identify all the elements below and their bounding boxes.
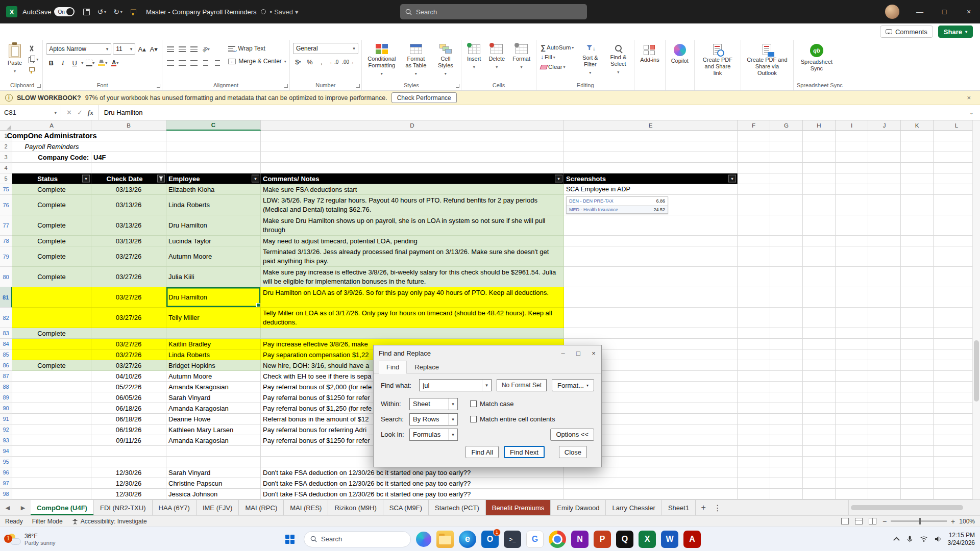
cell-empty[interactable] — [836, 215, 868, 236]
close-dialog-button[interactable]: Close — [559, 446, 587, 458]
cell-status[interactable] — [12, 349, 91, 360]
cell-employee[interactable]: Linda Roberts — [166, 195, 261, 215]
undo-button[interactable]: ↺▾ — [94, 7, 109, 17]
currency-button[interactable]: $▾ — [293, 57, 303, 67]
cell-status[interactable]: Complete — [12, 267, 91, 287]
cell-empty[interactable] — [836, 360, 868, 371]
cell-empty[interactable] — [836, 489, 868, 499]
cell-employee[interactable] — [166, 328, 261, 339]
row-number[interactable]: 4 — [0, 163, 12, 173]
cell-check-date[interactable]: 04/10/26 — [91, 371, 166, 382]
hidden-icons-chevron[interactable] — [893, 537, 900, 543]
cell-check-date[interactable]: 09/11/26 — [91, 435, 166, 446]
row-number[interactable]: 83 — [0, 328, 12, 339]
cell-employee[interactable]: Julia Kiili — [166, 267, 261, 287]
create-pdf-share-link-button[interactable]: Create PDF and Share link — [698, 43, 738, 78]
enter-icon[interactable]: ✓ — [77, 109, 83, 116]
user-avatar[interactable] — [885, 5, 899, 19]
chrome-icon[interactable] — [549, 531, 566, 548]
cell-empty[interactable] — [738, 215, 770, 236]
cell-empty[interactable] — [868, 371, 901, 382]
cell-empty[interactable] — [770, 371, 803, 382]
cell-empty[interactable] — [901, 308, 934, 328]
cell-check-date[interactable]: 03/27/26 — [91, 360, 166, 371]
sheet-tab-emily-dawood[interactable]: Emily Dawood — [551, 500, 606, 515]
cell-employee[interactable]: Sarah Vinyard — [166, 467, 261, 478]
cell-empty[interactable] — [836, 349, 868, 360]
cell-empty[interactable] — [770, 287, 803, 308]
insert-cells-button[interactable]: Insert▾ — [464, 43, 484, 71]
cell-empty[interactable] — [738, 152, 770, 163]
format-as-table-button[interactable]: Format as Table▾ — [401, 43, 431, 78]
cell-check-date[interactable]: 06/05/26 — [91, 392, 166, 403]
dismiss-warning-icon[interactable]: × — [963, 94, 975, 102]
page-layout-view-icon[interactable] — [855, 518, 863, 524]
create-pdf-outlook-button[interactable]: Create PDF and Share via Outlook — [744, 43, 790, 78]
cell-empty[interactable] — [836, 392, 868, 403]
cell-employee[interactable] — [166, 457, 261, 467]
cell-empty[interactable] — [770, 328, 803, 339]
microphone-icon[interactable] — [906, 535, 914, 543]
fill-color-button[interactable]: ▾ — [97, 58, 108, 68]
dialog-launcher-icon[interactable] — [356, 84, 360, 88]
cell-employee[interactable]: Autumn Moore — [166, 246, 261, 267]
cell-empty[interactable] — [803, 457, 836, 467]
cell-empty[interactable] — [901, 424, 934, 435]
cell-empty[interactable] — [803, 163, 836, 173]
cell-empty[interactable] — [738, 392, 770, 403]
cell-empty[interactable] — [803, 446, 836, 457]
cell-empty[interactable] — [738, 467, 770, 478]
row-number[interactable]: 82 — [0, 308, 12, 328]
cell-status[interactable]: Complete — [12, 215, 91, 236]
increase-decimal-button[interactable]: ←.0 — [328, 57, 339, 67]
increase-font-button[interactable]: A▴ — [137, 44, 147, 54]
italic-button[interactable]: I — [58, 58, 68, 68]
underline-button[interactable]: U — [69, 58, 80, 68]
cell-empty[interactable] — [868, 287, 901, 308]
cell-empty[interactable] — [836, 414, 868, 424]
next-sheet-icon[interactable]: ▶ — [15, 500, 31, 515]
cell-empty[interactable] — [738, 382, 770, 392]
cell-empty[interactable] — [868, 489, 901, 499]
sheet-tab-mai-rpc-[interactable]: MAI (RPC) — [239, 500, 284, 515]
cell-empty[interactable] — [901, 287, 934, 308]
format-painter-quick-button[interactable] — [127, 8, 139, 16]
cell-empty[interactable] — [901, 328, 934, 339]
cell-employee[interactable]: Kaitlin Bradley — [166, 339, 261, 349]
file-explorer-icon[interactable] — [436, 531, 454, 548]
zoom-out-icon[interactable]: − — [883, 517, 887, 525]
cell-empty[interactable] — [803, 152, 836, 163]
cell-empty[interactable] — [803, 435, 836, 446]
cell-check-date[interactable] — [91, 446, 166, 457]
header-cell-check-date[interactable]: Check Date — [91, 173, 166, 184]
cell-screenshots[interactable] — [564, 328, 738, 339]
onenote-icon[interactable] — [571, 531, 589, 548]
sheet-tab-compone-u4f-[interactable]: CompOne (U4F) — [31, 500, 94, 515]
match-entire-checkbox[interactable]: Match entire cell contents — [470, 415, 555, 423]
column-header-a[interactable]: A — [12, 120, 91, 131]
row-number[interactable]: 93 — [0, 435, 12, 446]
cell-status[interactable] — [12, 424, 91, 435]
cell-empty[interactable] — [770, 152, 803, 163]
cell-empty[interactable] — [901, 173, 934, 184]
cell-empty[interactable] — [261, 131, 564, 141]
cell-empty[interactable] — [901, 131, 934, 141]
title-search-box[interactable]: Search — [400, 4, 587, 19]
cell-empty[interactable] — [803, 141, 836, 152]
cell-status[interactable]: Complete — [12, 236, 91, 246]
row-number[interactable]: 87 — [0, 371, 12, 382]
cell-empty[interactable] — [803, 287, 836, 308]
cell-employee[interactable]: Linda Roberts — [166, 349, 261, 360]
cell-empty[interactable] — [868, 152, 901, 163]
cell-empty[interactable] — [770, 446, 803, 457]
cell-screenshots[interactable] — [564, 287, 738, 308]
cell-empty[interactable] — [770, 173, 803, 184]
cell-empty[interactable] — [868, 308, 901, 328]
cell-empty[interactable] — [836, 246, 868, 267]
cell-check-date[interactable]: 03/27/26 — [91, 287, 166, 308]
new-sheet-button[interactable]: + — [696, 500, 711, 515]
cell-empty[interactable] — [770, 392, 803, 403]
row-number[interactable]: 77 — [0, 215, 12, 236]
cell-empty[interactable] — [803, 215, 836, 236]
increase-indent-button[interactable] — [212, 58, 223, 68]
